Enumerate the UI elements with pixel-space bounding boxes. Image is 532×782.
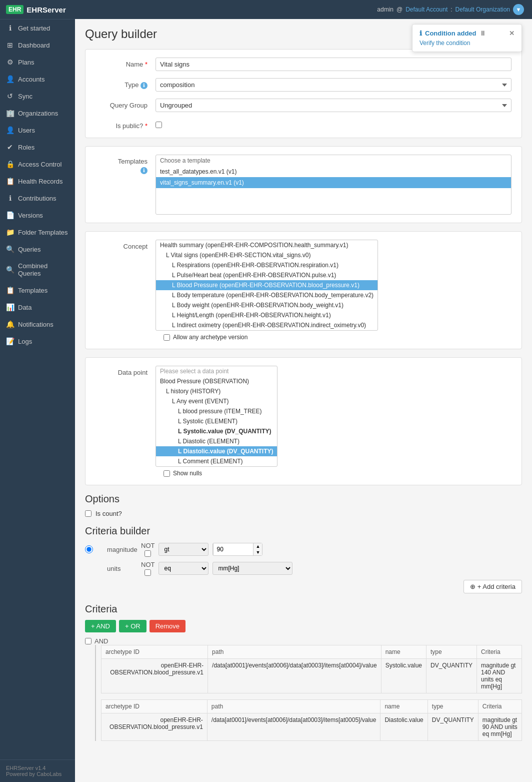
sidebar-item-access-control[interactable]: 🔒 Access Control — [0, 156, 75, 173]
units-value-select[interactable]: mm[Hg] — [212, 562, 292, 575]
and-btn[interactable]: + AND — [85, 620, 116, 632]
sidebar-item-contributions[interactable]: ℹ Contributions — [0, 190, 75, 207]
magnitude-operator-select[interactable]: gt lt gte lte eq ne — [158, 543, 208, 556]
magnitude-radio[interactable] — [85, 545, 93, 553]
and-select-all-checkbox[interactable] — [85, 638, 92, 644]
col-path: path — [208, 645, 382, 659]
sidebar-label: Templates — [18, 287, 48, 294]
sidebar-item-roles[interactable]: ✔ Roles — [0, 139, 75, 156]
tree-item-6[interactable]: L Body weight (openEHR-EHR-OBSERVATION.b… — [156, 300, 378, 310]
col-type-2: type — [428, 700, 478, 713]
sidebar-item-health-records[interactable]: 📋 Health Records — [0, 173, 75, 190]
sidebar-label: Logs — [18, 338, 32, 345]
tree-item-3[interactable]: L Pulse/Heart beat (openEHR-EHR-OBSERVAT… — [156, 270, 378, 280]
query-group-select[interactable]: Ungrouped — [156, 99, 512, 112]
tree-item-8[interactable]: L Indirect oximetry (openEHR-EHR-OBSERVA… — [156, 320, 378, 330]
records-icon: 📋 — [6, 177, 14, 185]
dp-item-3[interactable]: L blood pressure (ITEM_TREE) — [156, 406, 277, 416]
template-item-2[interactable]: vital_signs_summary.en.v1 (v1) — [156, 177, 511, 188]
users-icon: 👤 — [6, 126, 14, 134]
magnitude-value-input[interactable] — [213, 543, 253, 555]
sidebar-label: Roles — [18, 144, 34, 151]
sidebar: EHR EHRServer ℹ Get started ⊞ Dashboard … — [0, 0, 75, 782]
sidebar-item-notifications[interactable]: 🔔 Notifications — [0, 316, 75, 333]
datapoint-form-section: Data point Please select a data point Bl… — [85, 357, 522, 485]
dp-item-2[interactable]: L Any event (EVENT) — [156, 396, 277, 406]
dp-item-1[interactable]: L history (HISTORY) — [156, 386, 277, 396]
sidebar-item-versions[interactable]: 📄 Versions — [0, 207, 75, 224]
not-units-label: NOT — [141, 561, 154, 568]
tree-item-0[interactable]: Health summary (openEHR-EHR-COMPOSITION.… — [156, 240, 378, 250]
type-select[interactable]: composition observation — [156, 78, 512, 92]
sidebar-item-organizations[interactable]: 🏢 Organizations — [0, 105, 75, 122]
sidebar-item-users[interactable]: 👤 Users — [0, 122, 75, 139]
concept-label: Concept — [96, 240, 156, 250]
template-list[interactable]: Choose a template test_all_datatypes.en.… — [156, 155, 512, 215]
sidebar-label: Plans — [18, 59, 34, 66]
add-icon: ⊕ — [470, 583, 476, 590]
tree-item-5[interactable]: L Body temperature (openEHR-EHR-OBSERVAT… — [156, 290, 378, 300]
sidebar-item-templates[interactable]: 📋 Templates — [0, 282, 75, 299]
datapoint-tree[interactable]: Please select a data point Blood Pressur… — [156, 366, 278, 467]
org-link[interactable]: Default Organization — [456, 6, 510, 13]
dp-item-0[interactable]: Blood Pressure (OBSERVATION) — [156, 376, 277, 386]
user-icon: 👤 — [6, 75, 14, 83]
cell-criteria-2: magnitude gt 90 AND units eq mm[Hg] — [478, 713, 522, 741]
magnitude-down-btn[interactable]: ▼ — [253, 549, 262, 555]
dp-item-5[interactable]: L Systolic.value (DV_QUANTITY) — [156, 426, 277, 436]
add-criteria-btn[interactable]: ⊕ + Add criteria — [464, 580, 522, 593]
allow-archetype-checkbox[interactable] — [164, 334, 170, 341]
templates-info-icon[interactable]: ℹ — [140, 167, 148, 174]
account-link[interactable]: Default Account — [406, 6, 448, 13]
dp-item-4[interactable]: L Systolic (ELEMENT) — [156, 416, 277, 426]
type-info-icon[interactable]: ℹ — [140, 82, 148, 89]
concept-tree[interactable]: Health summary (openEHR-EHR-COMPOSITION.… — [156, 240, 378, 331]
is-count-checkbox[interactable] — [85, 510, 92, 517]
sidebar-label: Access Control — [18, 161, 62, 168]
name-input[interactable] — [156, 58, 512, 71]
sidebar-item-combined-queries[interactable]: 🔍 Combined Queries — [0, 258, 75, 282]
not-magnitude-checkbox[interactable] — [144, 550, 151, 557]
is-count-label: Is count? — [96, 510, 122, 517]
main-content: admin @ Default Account : Default Organi… — [75, 0, 532, 782]
tree-item-1[interactable]: L Vital signs (openEHR-EHR-SECTION.vital… — [156, 250, 378, 260]
units-operator-select[interactable]: eq ne like — [158, 562, 208, 575]
col-archetype-id-2: archetype ID — [102, 700, 208, 713]
not-units-checkbox[interactable] — [144, 569, 151, 576]
sidebar-item-get-started[interactable]: ℹ Get started — [0, 20, 75, 37]
sidebar-item-sync[interactable]: ↺ Sync — [0, 88, 75, 105]
sidebar-item-dashboard[interactable]: ⊞ Dashboard — [0, 37, 75, 54]
dp-item-6[interactable]: L Diastolic (ELEMENT) — [156, 436, 277, 446]
sidebar-item-queries[interactable]: 🔍 Queries — [0, 241, 75, 258]
toast-pause-btn[interactable]: ⏸ — [480, 30, 486, 37]
dp-item-7[interactable]: L Diastolic.value (DV_QUANTITY) — [156, 446, 277, 456]
cell-archetype-id: openEHR-EHR-OBSERVATION.blood_pressure.v… — [102, 659, 208, 693]
magnitude-up-btn[interactable]: ▲ — [253, 543, 262, 549]
or-btn[interactable]: + OR — [119, 620, 146, 632]
toast-info-icon: ℹ — [420, 30, 422, 37]
datapoint-label: Data point — [96, 366, 156, 376]
user-avatar[interactable]: ▼ — [513, 4, 524, 15]
form-row-templates: Templates ℹ Choose a template test_all_d… — [96, 155, 512, 215]
is-public-checkbox[interactable] — [156, 122, 162, 128]
sidebar-item-plans[interactable]: ⚙ Plans — [0, 54, 75, 71]
sidebar-item-logs[interactable]: 📝 Logs — [0, 333, 75, 350]
col-archetype-id: archetype ID — [102, 645, 208, 659]
tree-item-4[interactable]: L Blood Pressure (openEHR-EHR-OBSERVATIO… — [156, 280, 378, 290]
cell-type: DV_QUANTITY — [426, 659, 477, 693]
show-nulls-checkbox[interactable] — [164, 470, 170, 477]
toast-close-btn[interactable]: ✕ — [509, 30, 514, 37]
col-criteria-2: Criteria — [478, 700, 522, 713]
sidebar-item-folder-templates[interactable]: 📁 Folder Templates — [0, 224, 75, 241]
dp-item-8[interactable]: L Comment (ELEMENT) — [156, 456, 277, 466]
lock-icon: 🔒 — [6, 160, 14, 168]
bell-icon: 🔔 — [6, 320, 14, 328]
sidebar-item-accounts[interactable]: 👤 Accounts — [0, 71, 75, 88]
remove-btn[interactable]: Remove — [150, 620, 186, 632]
toast-header: ℹ Condition added ⏸ ✕ — [420, 30, 514, 37]
tree-item-7[interactable]: L Height/Length (openEHR-EHR-OBSERVATION… — [156, 310, 378, 320]
toast-verify-link[interactable]: Verify the condition — [420, 40, 470, 47]
sidebar-item-data[interactable]: 📊 Data — [0, 299, 75, 316]
tree-item-2[interactable]: L Respirations (openEHR-EHR-OBSERVATION.… — [156, 260, 378, 270]
template-item-1[interactable]: test_all_datatypes.en.v1 (v1) — [156, 166, 511, 177]
